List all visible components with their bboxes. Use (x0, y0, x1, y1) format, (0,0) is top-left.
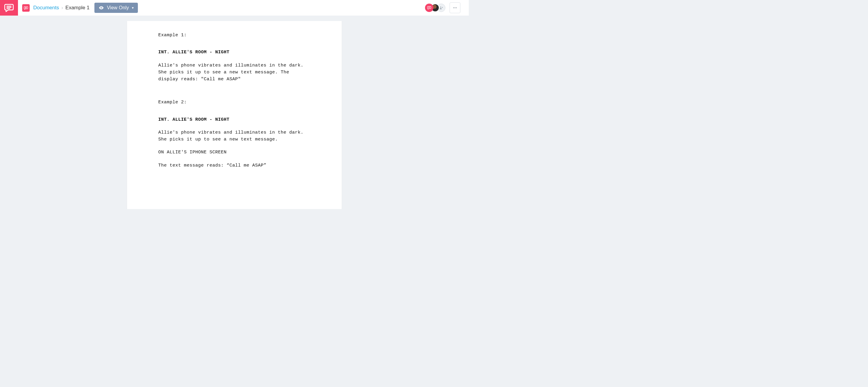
view-mode-label: View Only (107, 5, 129, 10)
script-paragraph: The text message reads: “Call me ASAP” (158, 162, 311, 169)
spacer (158, 123, 311, 129)
breadcrumb-documents-link[interactable]: Documents (33, 5, 59, 11)
spacer (158, 56, 311, 62)
chevron-right-icon: › (61, 5, 63, 10)
script-paragraph: Example 2: (158, 99, 311, 106)
presence-chat-badge[interactable] (425, 4, 433, 12)
chat-bubble-icon (4, 3, 14, 13)
spacer (158, 156, 311, 162)
document-page[interactable]: Example 1:INT. ALLIE'S ROOM - NIGHTAllie… (127, 21, 342, 209)
breadcrumb-current: Example 1 (65, 5, 89, 11)
spacer (158, 39, 311, 49)
breadcrumb: Documents › Example 1 (33, 5, 90, 11)
app-header: Documents › Example 1 View Only ▾ (0, 0, 469, 15)
spacer (158, 106, 311, 116)
chat-bubble-icon (427, 6, 431, 10)
presence-avatars[interactable] (425, 4, 445, 12)
eye-icon (99, 5, 104, 10)
brand-logo[interactable] (0, 0, 18, 15)
svg-rect-10 (442, 7, 443, 7)
person-add-icon (439, 6, 443, 10)
scene-heading: INT. ALLIE'S ROOM - NIGHT (158, 116, 311, 123)
spacer (158, 143, 311, 149)
script-paragraph: ON ALLIE'S IPHONE SCREEN (158, 149, 311, 156)
svg-point-8 (440, 7, 441, 8)
svg-point-13 (456, 7, 457, 8)
script-paragraph: Example 1: (158, 32, 311, 39)
spacer (158, 83, 311, 93)
header-content: Documents › Example 1 View Only ▾ (18, 0, 469, 15)
mini-brand-button[interactable] (22, 4, 30, 12)
script-paragraph: Allie's phone vibrates and illuminates i… (158, 62, 311, 83)
chat-bubble-icon (24, 6, 28, 10)
scene-heading: INT. ALLIE'S ROOM - NIGHT (158, 49, 311, 56)
header-right (425, 2, 465, 13)
document-canvas: Example 1:INT. ALLIE'S ROOM - NIGHTAllie… (0, 15, 469, 209)
view-mode-button[interactable]: View Only ▾ (94, 3, 138, 13)
script-paragraph: Allie's phone vibrates and illuminates i… (158, 129, 311, 143)
spacer (158, 93, 311, 99)
more-horizontal-icon (452, 5, 458, 10)
chevron-down-icon: ▾ (132, 6, 134, 10)
svg-point-11 (453, 7, 454, 8)
more-menu-button[interactable] (450, 2, 460, 13)
svg-point-12 (455, 7, 455, 8)
